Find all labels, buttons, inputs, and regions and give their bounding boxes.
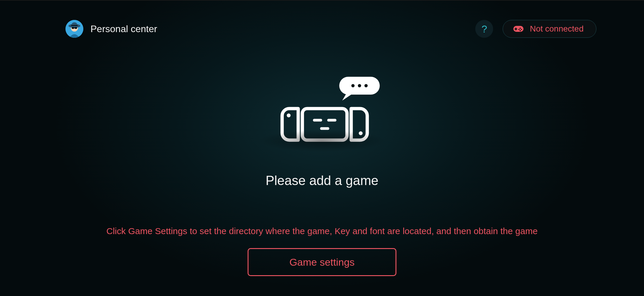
svg-point-14 <box>351 84 355 87</box>
page-title: Personal center <box>90 24 157 35</box>
svg-point-12 <box>518 29 520 30</box>
svg-point-18 <box>287 114 291 118</box>
device-illustration <box>260 75 384 143</box>
svg-point-9 <box>520 28 521 29</box>
game-settings-button-label: Game settings <box>289 256 354 268</box>
device-shadow <box>258 130 386 152</box>
svg-point-15 <box>358 84 361 87</box>
svg-rect-4 <box>72 27 74 29</box>
gamepad-icon <box>513 25 524 32</box>
main-content: Please add a game Click Game Settings to… <box>0 75 644 276</box>
svg-point-11 <box>520 30 521 31</box>
game-settings-button[interactable]: Game settings <box>248 248 396 276</box>
avatar-icon <box>65 20 83 38</box>
svg-point-16 <box>365 84 368 87</box>
connection-status-pill[interactable]: Not connected <box>503 20 596 38</box>
help-button[interactable]: ? <box>475 20 493 38</box>
header-left: Personal center <box>65 20 157 38</box>
question-mark-icon: ? <box>482 23 487 35</box>
connection-status-text: Not connected <box>530 24 584 34</box>
app-viewport: Personal center ? Not connected <box>0 0 644 296</box>
svg-rect-8 <box>515 29 517 29</box>
header-right: ? Not connected <box>475 20 596 38</box>
empty-state-instruction: Click Game Settings to set the directory… <box>106 226 537 236</box>
svg-rect-3 <box>71 25 78 26</box>
empty-state-title: Please add a game <box>265 173 378 188</box>
header-bar: Personal center ? Not connected <box>0 1 644 57</box>
svg-rect-6 <box>74 28 75 28</box>
svg-rect-5 <box>75 27 77 29</box>
svg-point-10 <box>521 29 522 30</box>
avatar[interactable] <box>65 20 83 38</box>
